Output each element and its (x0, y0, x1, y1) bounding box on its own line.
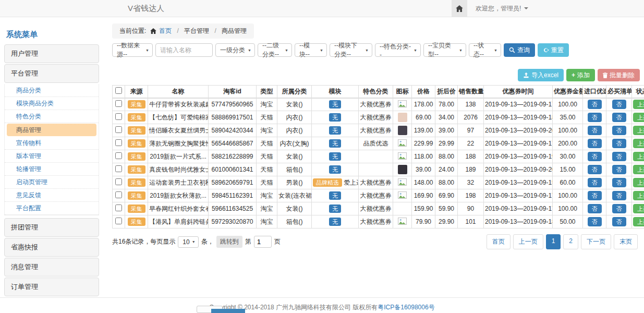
sidebar-sub-item[interactable]: 启动页管理 (5, 176, 99, 189)
category-cell: 内衣() (277, 124, 312, 137)
must-buy-flag-button[interactable]: 否 (612, 152, 626, 161)
must-buy-flag-button[interactable]: 否 (612, 113, 626, 122)
sidebar-group-item[interactable]: 消息管理 (4, 258, 99, 276)
must-buy-flag-button[interactable]: 否 (612, 139, 626, 148)
must-buy-flag-button[interactable]: 否 (612, 204, 626, 213)
row-checkbox[interactable] (115, 218, 122, 224)
status-button[interactable]: 上架 (633, 191, 644, 200)
pager-page[interactable]: 1 (546, 234, 561, 249)
import-flag-button[interactable]: 否 (588, 191, 602, 200)
status-button[interactable]: 上架 (633, 204, 644, 213)
select-all-checkbox[interactable] (115, 87, 122, 94)
reset-button[interactable]: 重置 (538, 43, 569, 57)
jump-suf-text: 页 (274, 237, 281, 246)
sidebar-sub-item[interactable]: 轮播管理 (5, 163, 99, 176)
sidebar-sub-item[interactable]: 特色分类 (5, 110, 99, 123)
name-search-input[interactable] (155, 43, 213, 57)
filter-select-item-type[interactable]: --宝贝类型--▼ (423, 43, 466, 57)
footer: Copyright © 2014-2018 广州九驰网络科技有限公司 版权所有粤… (0, 297, 644, 313)
must-buy-flag-button[interactable]: 否 (612, 165, 626, 174)
row-checkbox[interactable] (115, 126, 122, 133)
search-button[interactable]: 查询 (504, 43, 535, 57)
sidebar-sub-item[interactable]: 意见反馈 (5, 189, 99, 202)
status-button[interactable]: 上架 (633, 165, 644, 174)
import-flag-button[interactable]: 否 (588, 139, 602, 148)
category-cell: 男装() (277, 176, 312, 189)
user-menu[interactable]: 欢迎您，管理员! (476, 4, 528, 13)
import-flag-button[interactable]: 否 (588, 178, 602, 187)
add-button[interactable]: + 添加 (566, 69, 595, 81)
filter-select-level1-category[interactable]: 一级分类▼ (215, 43, 255, 57)
import-flag-button[interactable]: 否 (588, 113, 602, 122)
must-buy-flag-button[interactable]: 否 (612, 126, 626, 135)
status-button[interactable]: 上架 (633, 113, 644, 122)
sidebar-group-item[interactable]: 订单管理 (4, 278, 99, 296)
pager-next[interactable]: 下一页 (581, 234, 611, 249)
icon-cell (393, 150, 412, 163)
page-size-select[interactable]: 10 ▼ (178, 236, 198, 248)
filter-select-data-source[interactable]: --数据来源--▼ (112, 43, 153, 57)
pager-prev[interactable]: 上一页 (513, 234, 543, 249)
pager-first[interactable]: 首页 (487, 234, 511, 249)
status-button[interactable]: 上架 (633, 178, 644, 187)
filter-select-module[interactable]: --模块--▼ (295, 43, 327, 57)
row-checkbox[interactable] (115, 113, 122, 120)
jump-page-input[interactable] (254, 236, 272, 248)
status-button[interactable]: 上架 (633, 152, 644, 161)
filter-select-module-subcategory[interactable]: --模块下分类--▼ (330, 43, 372, 57)
import-flag-button[interactable]: 否 (588, 100, 602, 109)
must-buy-flag-button[interactable]: 否 (612, 100, 626, 109)
discount-price-cell: 34.00 (435, 111, 458, 124)
sidebar-sub-item[interactable]: 商品分类 (5, 84, 99, 97)
import-flag-button[interactable]: 否 (588, 204, 602, 213)
select-value: --特色分类-- (380, 42, 411, 58)
import-excel-button[interactable]: 导入excel (518, 69, 564, 81)
row-checkbox[interactable] (115, 100, 122, 107)
breadcrumb-home-link[interactable]: 首页 (148, 27, 174, 34)
feature-category-cell: 大额优惠券 (359, 124, 393, 137)
home-button[interactable] (452, 0, 467, 17)
status-button[interactable]: 上架 (633, 126, 644, 135)
row-checkbox[interactable] (115, 204, 122, 211)
import-flag-button[interactable]: 否 (588, 217, 602, 226)
import-flag-button[interactable]: 否 (588, 152, 602, 161)
filter-select-feature-category[interactable]: --特色分类--▼ (375, 43, 421, 57)
select-value: --二级分类-- (262, 41, 283, 59)
import-flag-button[interactable]: 否 (588, 126, 602, 135)
sidebar-group-users[interactable]: 用户管理 (4, 44, 99, 63)
category-cell: 女装(连衣裙) (277, 189, 312, 202)
row-checkbox[interactable] (115, 139, 122, 146)
row-checkbox[interactable] (115, 165, 122, 172)
jump-button[interactable]: 跳转到 (216, 236, 242, 248)
sidebar-sub-item[interactable]: 模块商品分类 (5, 97, 99, 110)
row-checkbox[interactable] (115, 152, 122, 159)
pager-page[interactable]: 2 (563, 234, 578, 249)
status-button[interactable]: 上架 (633, 139, 644, 148)
column-header: 优惠券时间 (484, 86, 553, 98)
filter-select-status[interactable]: --状态--▼ (469, 43, 501, 57)
sales-cell: 101 (458, 215, 484, 228)
select-value: --数据来源-- (117, 41, 143, 59)
must-buy-flag-button[interactable]: 否 (612, 217, 626, 226)
sidebar-sub-item[interactable]: 宣传物料 (5, 137, 99, 150)
sidebar-sub-item[interactable]: 版本管理 (5, 150, 99, 163)
filter-select-level2-category[interactable]: --二级分类--▼ (258, 43, 292, 57)
status-button[interactable]: 上架 (633, 217, 644, 226)
row-checkbox[interactable] (115, 178, 122, 185)
sidebar-group-item[interactable]: 省惠快报 (4, 238, 99, 257)
app-title: V省钱达人 (128, 0, 164, 17)
sidebar-group-platform[interactable]: 平台管理 (4, 64, 99, 83)
batch-delete-button[interactable]: 批量删除 (598, 69, 640, 81)
icp-link[interactable]: 粤ICP备16098006号 (378, 304, 434, 311)
status-button[interactable]: 上架 (633, 100, 644, 109)
type-cell: 淘宝 (257, 189, 277, 202)
must-buy-flag-button[interactable]: 否 (612, 191, 626, 200)
must-buy-flag-button[interactable]: 否 (612, 178, 626, 187)
sidebar-sub-item[interactable]: 平台配置 (5, 202, 99, 215)
row-checkbox[interactable] (115, 191, 122, 198)
import-flag-button[interactable]: 否 (588, 165, 602, 174)
category-cell: 内衣() (277, 111, 312, 124)
pager-last[interactable]: 末页 (614, 234, 638, 249)
sidebar-group-item[interactable]: 拼团管理 (4, 218, 99, 237)
sidebar-sub-item[interactable]: 商品管理 (7, 124, 96, 136)
